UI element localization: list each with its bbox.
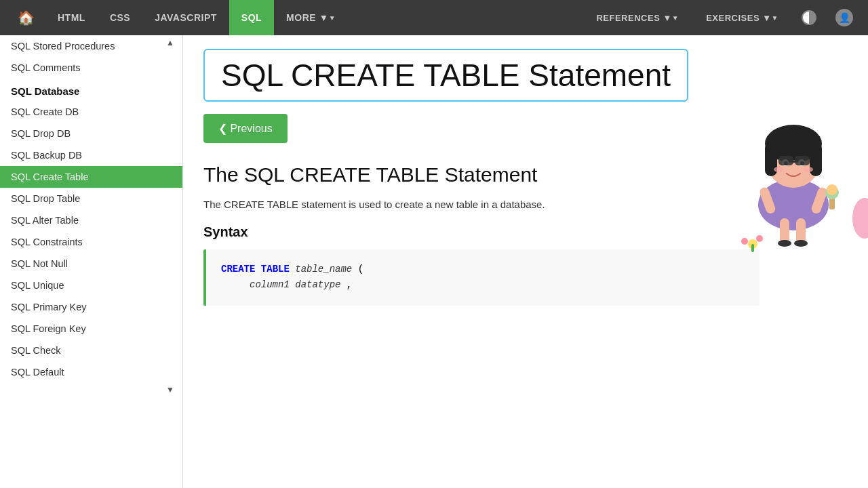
- page-title: SQL CREATE TABLE Statement: [221, 57, 671, 94]
- svg-point-0: [758, 179, 829, 230]
- svg-point-4: [794, 240, 808, 247]
- svg-rect-18: [758, 186, 776, 215]
- home-button[interactable]: 🏠: [7, 9, 45, 26]
- nav-sql[interactable]: SQL: [229, 0, 274, 35]
- keyword-table: TABLE: [261, 264, 290, 274]
- svg-point-23: [748, 239, 757, 249]
- nav-javascript[interactable]: JAVASCRIPT: [142, 0, 229, 35]
- sidebar-item-foreign-key[interactable]: SQL Foreign Key: [0, 318, 182, 340]
- nav-references[interactable]: REFERENCES ▼: [584, 0, 691, 35]
- svg-rect-19: [810, 186, 829, 215]
- code-indent: [221, 279, 244, 290]
- nav-css[interactable]: CSS: [98, 0, 142, 35]
- person-icon: 👤: [835, 9, 853, 26]
- page-title-part1: SQL CREATE TABLE: [221, 58, 520, 93]
- top-navigation: 🏠 HTML CSS JAVASCRIPT SQL MORE ▼ REFEREN…: [0, 0, 868, 35]
- page-title-box: SQL CREATE TABLE Statement: [203, 49, 688, 102]
- sidebar-item-alter-table[interactable]: SQL Alter Table: [0, 209, 182, 231]
- section-heading: The SQL CREATE TABLE Statement: [203, 163, 848, 186]
- sidebar-item-drop-db[interactable]: SQL Drop DB: [0, 123, 182, 144]
- nav-exercises[interactable]: EXERCISES ▼: [694, 0, 791, 35]
- keyword-create: CREATE: [221, 264, 255, 274]
- code-table-name: table_name: [295, 264, 352, 274]
- sidebar-scroll-down[interactable]: ▼: [163, 382, 177, 397]
- nav-html[interactable]: HTML: [45, 0, 98, 35]
- sidebar-item-primary-key[interactable]: SQL Primary Key: [0, 296, 182, 318]
- sidebar-section-database: SQL Database: [0, 79, 182, 101]
- code-block: CREATE TABLE table_name ( column1 dataty…: [203, 249, 760, 306]
- page-layout: ▲ SQL Stored Procedures SQL Comments SQL…: [0, 35, 868, 488]
- sidebar-item-check[interactable]: SQL Check: [0, 340, 182, 361]
- svg-point-27: [852, 198, 868, 239]
- theme-toggle-button[interactable]: [793, 0, 825, 35]
- sidebar-item-unique[interactable]: SQL Unique: [0, 274, 182, 296]
- code-line-1: CREATE TABLE table_name (: [221, 262, 745, 278]
- sidebar-item-drop-table[interactable]: SQL Drop Table: [0, 188, 182, 209]
- sidebar-item-backup-db[interactable]: SQL Backup DB: [0, 144, 182, 166]
- sidebar-item-constraints[interactable]: SQL Constraints: [0, 231, 182, 253]
- sidebar-item-not-null[interactable]: SQL Not Null: [0, 253, 182, 274]
- main-content: SQL CREATE TABLE Statement ❮ Previous Th…: [183, 35, 868, 488]
- user-profile-button[interactable]: 👤: [827, 0, 861, 35]
- code-paren: (: [358, 264, 363, 274]
- svg-rect-20: [829, 195, 835, 209]
- code-column1: column1 datatype: [250, 279, 340, 290]
- description-text: The CREATE TABLE statement is used to cr…: [203, 196, 665, 214]
- svg-point-3: [778, 240, 791, 247]
- home-icon: 🏠: [18, 10, 35, 25]
- previous-button[interactable]: ❮ Previous: [203, 114, 288, 143]
- syntax-label: Syntax: [203, 224, 848, 240]
- sidebar-item-create-db[interactable]: SQL Create DB: [0, 101, 182, 123]
- contrast-icon: [802, 10, 816, 25]
- svg-point-21: [825, 186, 839, 199]
- topnav-right-group: REFERENCES ▼ EXERCISES ▼ 👤: [584, 0, 861, 35]
- sidebar: ▲ SQL Stored Procedures SQL Comments SQL…: [0, 35, 183, 488]
- nav-more[interactable]: MORE ▼: [274, 0, 348, 35]
- sidebar-item-stored-procedures[interactable]: SQL Stored Procedures: [0, 35, 182, 57]
- page-title-part2: Statement: [520, 58, 671, 93]
- code-comma: ,: [347, 279, 352, 290]
- sidebar-item-default[interactable]: SQL Default: [0, 361, 182, 383]
- sidebar-item-comments[interactable]: SQL Comments: [0, 57, 182, 79]
- code-line-2: column1 datatype ,: [221, 277, 745, 293]
- sidebar-item-create-table[interactable]: SQL Create Table: [0, 166, 182, 188]
- sidebar-scroll-up[interactable]: ▲: [163, 35, 177, 50]
